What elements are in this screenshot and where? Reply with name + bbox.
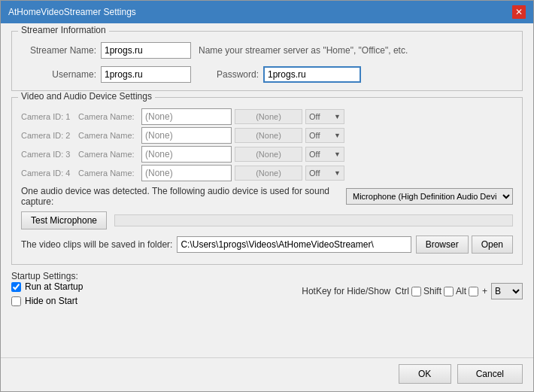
bottom-buttons: OK Cancel	[1, 357, 533, 391]
close-button[interactable]: ✕	[512, 5, 526, 19]
audio-device-row: One audio device was detected. The follo…	[21, 186, 513, 207]
cam1-select-button[interactable]: (None)	[235, 109, 302, 124]
title-bar: AtHomeVideoStreamer Settings ✕	[1, 1, 533, 23]
password-input[interactable]	[263, 66, 361, 83]
hide-on-start-row: Hide on Start	[11, 296, 83, 306]
browser-button[interactable]: Browser	[416, 236, 469, 254]
cam4-name-input[interactable]	[141, 165, 232, 181]
cam2-name-input[interactable]	[141, 127, 232, 144]
cancel-button[interactable]: Cancel	[457, 364, 523, 384]
mic-progress-bar	[114, 214, 513, 226]
cam4-id: Camera ID: 4	[21, 169, 75, 178]
cam1-name-input[interactable]	[141, 108, 232, 125]
streamer-info-group: Streamer Information Streamer Name: Name…	[11, 31, 523, 91]
alt-label: Alt	[456, 286, 466, 296]
shift-checkbox[interactable]	[444, 287, 454, 296]
video-audio-group: Video and Audio Device Settings Camera I…	[11, 97, 523, 265]
plus-label: +	[482, 286, 487, 296]
cam3-off-button[interactable]: Off▼	[305, 147, 344, 162]
cam2-select-button[interactable]: (None)	[235, 128, 302, 143]
hotkey-label: HotKey for Hide/Show	[302, 286, 390, 296]
audio-device-text: One audio device was detected. The follo…	[21, 186, 346, 207]
shift-label: Shift	[423, 286, 441, 296]
ctrl-checkbox[interactable]	[411, 287, 421, 296]
test-mic-button[interactable]: Test Microphone	[21, 211, 107, 229]
camera-row-2: Camera ID: 2 Camera Name: (None) Off▼	[21, 127, 513, 144]
video-audio-title: Video and Audio Device Settings	[18, 91, 155, 102]
run-at-startup-label: Run at Startup	[25, 281, 83, 292]
cam3-id: Camera ID: 3	[21, 150, 75, 159]
cam2-id: Camera ID: 2	[21, 131, 75, 140]
main-window: AtHomeVideoStreamer Settings ✕ Streamer …	[0, 0, 534, 392]
streamer-name-input[interactable]	[101, 42, 191, 59]
startup-group: Startup Settings: Run at Startup Hide on…	[11, 271, 523, 310]
username-input[interactable]	[101, 66, 191, 83]
streamer-name-label: Streamer Name:	[21, 45, 96, 56]
streamer-info-title: Streamer Information	[18, 25, 109, 35]
hide-on-start-label: Hide on Start	[25, 296, 77, 306]
folder-row: The video clips will be saved in folder:…	[21, 236, 513, 254]
cam2-off-button[interactable]: Off▼	[305, 128, 344, 143]
cam1-name-label: Camera Name:	[78, 112, 138, 121]
open-button[interactable]: Open	[472, 236, 513, 254]
streamer-hint: Name your streamer server as "Home", "Of…	[199, 45, 408, 56]
cam1-id: Camera ID: 1	[21, 112, 75, 121]
camera-row-4: Camera ID: 4 Camera Name: (None) Off▼	[21, 165, 513, 181]
ok-button[interactable]: OK	[399, 364, 451, 384]
camera-row-1: Camera ID: 1 Camera Name: (None) Off▼	[21, 108, 513, 125]
ctrl-label: Ctrl	[395, 286, 409, 296]
camera-row-3: Camera ID: 3 Camera Name: (None) Off▼	[21, 146, 513, 163]
cam4-name-label: Camera Name:	[78, 169, 138, 178]
startup-title: Startup Settings:	[11, 271, 78, 281]
username-row: Username: Password:	[21, 66, 513, 83]
cam2-name-label: Camera Name:	[78, 131, 138, 140]
cam1-off-button[interactable]: Off▼	[305, 109, 344, 124]
audio-device-select[interactable]: Microphone (High Definition Audio Devi	[346, 188, 513, 205]
run-at-startup-checkbox[interactable]	[11, 282, 21, 292]
cam3-select-button[interactable]: (None)	[235, 147, 302, 162]
folder-input[interactable]	[177, 236, 411, 253]
hotkey-row: HotKey for Hide/Show Ctrl Shift Alt + B	[302, 283, 523, 299]
hotkey-letter-select[interactable]: B	[491, 283, 523, 299]
run-at-startup-row: Run at Startup	[11, 281, 83, 292]
hotkey-part: Ctrl Shift Alt + B	[395, 283, 523, 299]
cam3-name-input[interactable]	[141, 146, 232, 163]
cam4-select-button[interactable]: (None)	[235, 166, 302, 181]
mic-row: Test Microphone	[21, 211, 513, 229]
hide-on-start-checkbox[interactable]	[11, 296, 21, 306]
folder-buttons: Browser Open	[416, 236, 513, 254]
alt-checkbox[interactable]	[469, 287, 478, 296]
startup-checkboxes: Run at Startup Hide on Start	[11, 281, 83, 310]
folder-label: The video clips will be saved in folder:	[21, 239, 172, 250]
streamer-name-row: Streamer Name: Name your streamer server…	[21, 42, 513, 59]
window-title: AtHomeVideoStreamer Settings	[8, 7, 136, 17]
password-label: Password:	[206, 69, 259, 80]
cam4-off-button[interactable]: Off▼	[305, 166, 344, 181]
main-content: Streamer Information Streamer Name: Name…	[1, 23, 533, 357]
username-label: Username:	[21, 69, 96, 80]
cam3-name-label: Camera Name:	[78, 150, 138, 159]
